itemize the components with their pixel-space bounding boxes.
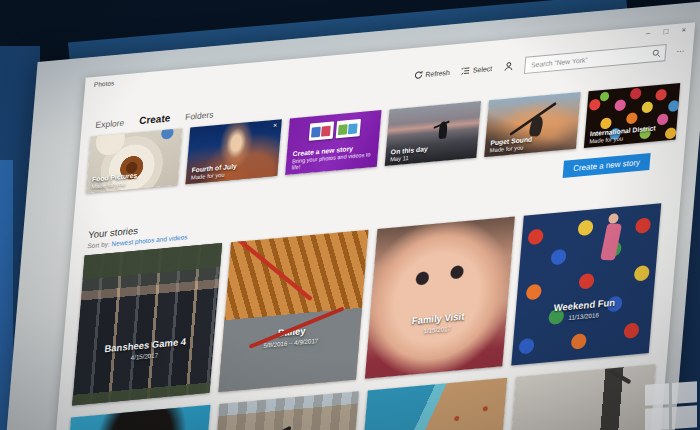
windows-logo-pane [672,405,697,429]
refresh-icon [413,70,423,80]
windows-logo-pane [645,407,669,430]
card-caption: Food Pictures Made for you [91,171,137,189]
story-card-fourth-of-july[interactable]: × Fourth of July Made for you [186,119,282,184]
maximize-button[interactable]: □ [656,24,675,39]
windows-logo-pane [672,381,697,404]
stage-photo: Photos – □ × Refresh Select [0,0,700,430]
close-icon[interactable]: × [273,121,278,131]
select-label: Select [473,64,493,73]
select-icon [461,65,471,75]
create-new-story-button[interactable]: Create a new story [562,153,650,178]
photo-aerial-coastline[interactable] [358,378,508,430]
card-caption: Puget Sound Made for you [490,136,533,154]
create-new-story-card[interactable]: Create a new story Bring your photos and… [285,110,381,175]
story-caption: Bailey 5/8/2016 – 4/9/2017 [222,320,361,353]
app-title: Photos [94,79,115,88]
photos-app-window: Photos – □ × Refresh Select [51,22,695,430]
story-weekend-fun[interactable]: Weekend Fun 11/13/2016 [511,203,661,365]
people-icon [503,61,514,72]
close-button[interactable]: × [674,23,693,38]
story-caption: Weekend Fun 11/13/2016 [515,293,654,326]
refresh-label: Refresh [425,68,450,77]
see-more-button[interactable]: ⋯ [676,46,685,56]
tab-folders[interactable]: Folders [185,109,214,122]
photo-man-with-bear[interactable] [506,364,656,430]
window-controls: – □ × [638,23,693,41]
card-caption: Fourth of July Made for you [191,162,237,180]
story-caption: Banshees Game 4 4/15/2017 [75,333,214,366]
photo-swimmer-goggles[interactable] [61,405,211,430]
card-caption: International District Made for you [589,124,656,144]
select-button[interactable]: Select [461,63,493,75]
search-icon [651,48,661,58]
story-family-visit[interactable]: Family Visit 1/15/2017 [365,216,515,378]
search-input[interactable] [529,49,652,69]
story-card-on-this-day[interactable]: On this day May 11 [385,101,481,166]
story-caption: Family Visit 1/15/2017 [368,306,507,339]
photo-stack-icon [288,117,381,143]
story-banshees-game-4[interactable]: Banshees Game 4 4/15/2017 [72,243,222,405]
story-card-puget-sound[interactable]: Puget Sound Made for you [484,92,580,157]
story-bailey[interactable]: Bailey 5/8/2016 – 4/9/2017 [218,230,368,392]
windows-logo-pane [645,383,669,406]
refresh-button[interactable]: Refresh [413,67,450,79]
tab-explore[interactable]: Explore [95,117,125,130]
card-caption: On this day May 11 [390,145,428,163]
story-card-food-pictures[interactable]: Food Pictures Made for you [86,128,182,193]
sort-by-label: Sort by: [87,240,110,249]
people-button[interactable] [503,61,514,72]
minimize-button[interactable]: – [638,26,657,41]
windows-logo-watermark [645,381,697,430]
projection-screen: Photos – □ × Refresh Select [1,1,700,430]
story-card-international-district[interactable]: International District Made for you [584,83,680,148]
photo-city-arms-raised[interactable] [209,391,359,430]
tab-create[interactable]: Create [139,112,171,126]
card-caption: Create a new story Bring your photos and… [291,142,378,170]
